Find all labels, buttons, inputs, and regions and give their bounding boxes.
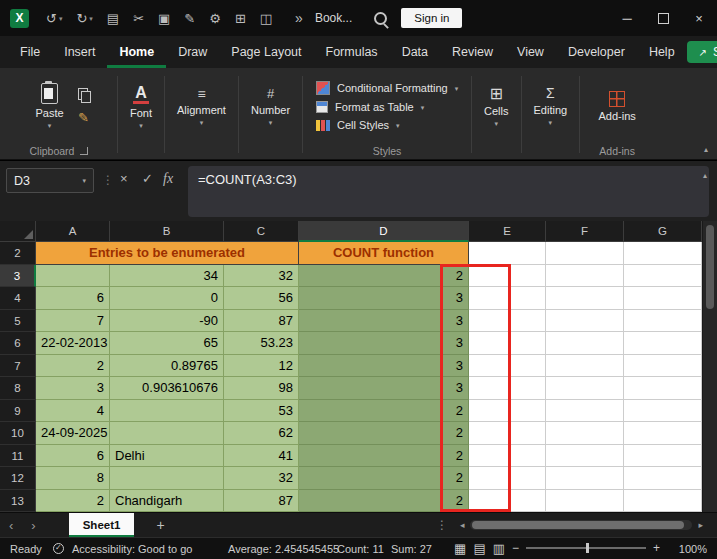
scroll-left-icon[interactable]: ◂ [456, 520, 469, 530]
cell-B6[interactable]: 65 [110, 332, 224, 355]
cell-F8[interactable] [546, 377, 624, 400]
cell-E5[interactable] [469, 310, 546, 333]
row-header-11[interactable]: 11 [0, 445, 36, 468]
cell-F2[interactable] [546, 242, 624, 265]
cell-F10[interactable] [546, 422, 624, 445]
cell-A13[interactable]: 2 [36, 490, 110, 513]
enter-icon[interactable]: ✓ [142, 172, 153, 185]
accessibility-status[interactable]: Accessibility: Good to go [72, 543, 192, 555]
font-button[interactable]: A Font ▾ [123, 80, 159, 133]
zoom-slider-thumb[interactable] [586, 543, 589, 553]
row-header-5[interactable]: 5 [0, 310, 36, 333]
cell-F12[interactable] [546, 467, 624, 490]
horizontal-scrollbar[interactable] [470, 520, 692, 530]
vertical-scrollbar-thumb[interactable] [706, 225, 714, 309]
previous-sheet-icon[interactable]: ‹ [0, 519, 22, 532]
row-header-9[interactable]: 9 [0, 400, 36, 423]
cell-F7[interactable] [546, 355, 624, 378]
cell-G13[interactable] [624, 490, 702, 513]
close-button[interactable]: × [681, 0, 717, 36]
vertical-scrollbar[interactable] [702, 221, 717, 512]
menu-item-formulas[interactable]: Formulas [314, 36, 390, 68]
cell-G7[interactable] [624, 355, 702, 378]
cell-C8[interactable]: 98 [224, 377, 299, 400]
cell-F9[interactable] [546, 400, 624, 423]
row-header-13[interactable]: 13 [0, 490, 36, 513]
cell-E11[interactable] [469, 445, 546, 468]
cell-C9[interactable]: 53 [224, 400, 299, 423]
cell-E9[interactable] [469, 400, 546, 423]
accessibility-icon[interactable] [53, 543, 64, 554]
addins-button[interactable]: Add-ins [592, 87, 643, 126]
menu-item-home[interactable]: Home [107, 36, 166, 68]
menu-item-help[interactable]: Help [637, 36, 687, 68]
cell-D13[interactable]: 2 [299, 490, 469, 513]
cell-B8[interactable]: 0.903610676 [110, 377, 224, 400]
cell-C3[interactable]: 32 [224, 265, 299, 288]
next-sheet-icon[interactable]: › [22, 519, 44, 532]
menu-item-file[interactable]: File [8, 36, 52, 68]
cut-icon[interactable]: ✂ [133, 12, 144, 25]
menu-item-insert[interactable]: Insert [52, 36, 107, 68]
cell-G9[interactable] [624, 400, 702, 423]
cell-G11[interactable] [624, 445, 702, 468]
menu-item-review[interactable]: Review [440, 36, 505, 68]
cell-B12[interactable] [110, 467, 224, 490]
cancel-icon[interactable]: × [120, 172, 128, 185]
formula-input[interactable]: =COUNT(A3:C3) [188, 166, 709, 217]
cell-A6[interactable]: 22-02-2013 [36, 332, 110, 355]
zoom-level[interactable]: 100% [679, 543, 707, 555]
cell-E10[interactable] [469, 422, 546, 445]
excel-app-icon[interactable]: X [10, 9, 29, 28]
horizontal-scrollbar-thumb[interactable] [472, 521, 684, 529]
cell-D9[interactable]: 2 [299, 400, 469, 423]
page-break-preview-icon[interactable]: ▥ [493, 540, 505, 557]
column-header-C[interactable]: C [224, 221, 299, 242]
cell-A12[interactable]: 8 [36, 467, 110, 490]
cell-B3[interactable]: 34 [110, 265, 224, 288]
cell-C6[interactable]: 53.23 [224, 332, 299, 355]
cell-A7[interactable]: 2 [36, 355, 110, 378]
cell-B11[interactable]: Delhi [110, 445, 224, 468]
copy-icon[interactable]: ▣ [158, 12, 170, 25]
paste-button[interactable]: Paste ▾ [28, 79, 70, 133]
cell-F11[interactable] [546, 445, 624, 468]
cell-D8[interactable]: 3 [299, 377, 469, 400]
tab-bar-dots-icon[interactable]: ⋮ [428, 518, 456, 532]
cell-E13[interactable] [469, 490, 546, 513]
copy-icon[interactable] [78, 88, 90, 102]
row-header-8[interactable]: 8 [0, 377, 36, 400]
cell-D3[interactable]: 2 [299, 265, 469, 288]
normal-view-icon[interactable]: ▦ [454, 540, 466, 557]
zoom-slider[interactable] [526, 547, 646, 549]
cell-G4[interactable] [624, 287, 702, 310]
zoom-in-button[interactable]: + [653, 542, 660, 554]
menu-item-page-layout[interactable]: Page Layout [219, 36, 313, 68]
cell-E8[interactable] [469, 377, 546, 400]
settings-icon[interactable]: ⚙ [209, 12, 221, 25]
cell-B4[interactable]: 0 [110, 287, 224, 310]
row-header-6[interactable]: 6 [0, 332, 36, 355]
collapse-formula-bar-icon[interactable]: ▴ [703, 171, 707, 180]
cell-G2[interactable] [624, 242, 702, 265]
add-table-icon[interactable]: ⊞ [235, 12, 246, 25]
cell-D12[interactable]: 2 [299, 467, 469, 490]
restore-button[interactable] [645, 0, 681, 36]
conditional-formatting-button[interactable]: Conditional Formatting ▾ [316, 81, 458, 95]
cell-D11[interactable]: 2 [299, 445, 469, 468]
cell-F5[interactable] [546, 310, 624, 333]
page-layout-view-icon[interactable]: ▤ [473, 540, 485, 557]
column-header-D[interactable]: D [299, 221, 469, 242]
alignment-button[interactable]: ≡ Alignment ▾ [170, 83, 233, 130]
cell-B7[interactable]: 0.89765 [110, 355, 224, 378]
cell-A11[interactable]: 6 [36, 445, 110, 468]
undo-icon[interactable]: ↺▾ [46, 12, 62, 25]
scroll-right-icon[interactable]: ▸ [694, 520, 707, 530]
column-header-F[interactable]: F [546, 221, 624, 242]
cell-C5[interactable]: 87 [224, 310, 299, 333]
sign-in-button[interactable]: Sign in [401, 8, 462, 28]
cell-G6[interactable] [624, 332, 702, 355]
menu-item-draw[interactable]: Draw [166, 36, 219, 68]
cell-A4[interactable]: 6 [36, 287, 110, 310]
cell-C11[interactable]: 41 [224, 445, 299, 468]
